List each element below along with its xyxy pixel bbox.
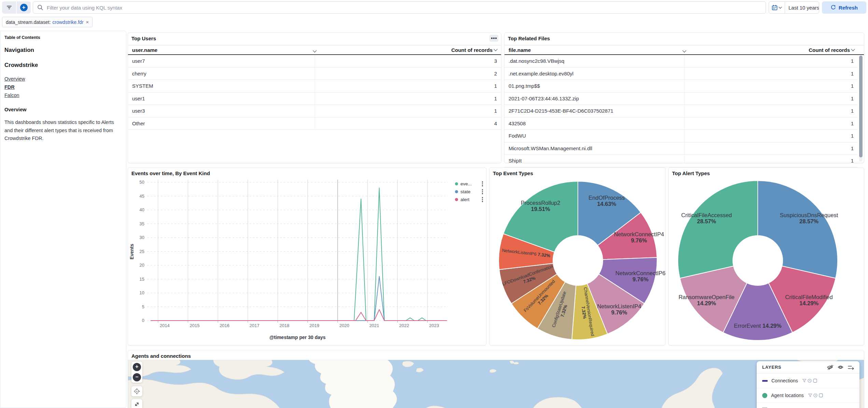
saved-query-menu-button[interactable] bbox=[2, 1, 16, 14]
table-header: file.name Count of records bbox=[504, 45, 864, 55]
cell-count[interactable]: 1 bbox=[494, 108, 497, 114]
cell-name[interactable]: .dat.nosync2c98.VBwjsq bbox=[509, 58, 564, 64]
time-range-picker[interactable]: Last 10 years bbox=[769, 1, 819, 14]
cell-count[interactable]: 1 bbox=[494, 96, 497, 101]
table-row[interactable]: ShipIt1 bbox=[504, 155, 858, 167]
add-filter-button[interactable]: + bbox=[16, 1, 31, 14]
set-view-button[interactable] bbox=[131, 386, 142, 396]
world-map[interactable]: + − LAYERS bbox=[128, 360, 864, 408]
cell-count[interactable]: 1 bbox=[494, 83, 497, 89]
collapse-layers-panel-icon[interactable] bbox=[848, 365, 854, 370]
layers-title: LAYERS bbox=[762, 365, 781, 370]
cell-count[interactable]: 1 bbox=[851, 133, 854, 139]
cell-count[interactable]: 1 bbox=[851, 145, 854, 151]
layer-checkbox[interactable] bbox=[819, 393, 823, 397]
donut-slice-SuspiciousDnsRequest[interactable] bbox=[758, 181, 838, 278]
gridlines bbox=[147, 180, 448, 323]
refresh-button[interactable]: Refresh bbox=[822, 1, 866, 14]
zoom-in-button[interactable]: + bbox=[133, 363, 141, 371]
table-scrollbar[interactable] bbox=[859, 56, 863, 161]
cell-count[interactable]: 1 bbox=[851, 71, 854, 76]
sidebar-link-fdr[interactable]: FDR bbox=[4, 83, 25, 91]
cell-name[interactable]: 01.png.tmp$$ bbox=[509, 83, 540, 89]
table-row[interactable]: 2F71C2D4-D215-453E-BF4C-D6C0375028711 bbox=[504, 105, 858, 117]
cell-count[interactable]: 1 bbox=[851, 83, 854, 89]
column-actions-button[interactable] bbox=[683, 47, 686, 53]
svg-text:2019: 2019 bbox=[310, 323, 319, 328]
layer-row-connections[interactable]: Connections bbox=[757, 374, 859, 388]
cell-name[interactable]: FodWU bbox=[509, 133, 526, 139]
cell-name[interactable]: Microsoft.WSMan.Management.ni.dll bbox=[509, 145, 592, 151]
layer-row-basemap[interactable]: Basemap bbox=[757, 403, 859, 408]
top-users-panel: Top Users user.name Count of records use… bbox=[128, 32, 501, 163]
svg-text:2022: 2022 bbox=[399, 323, 409, 328]
column-divider bbox=[315, 55, 315, 130]
panel-options-button[interactable] bbox=[489, 35, 498, 42]
cell-count[interactable]: 1 bbox=[851, 96, 854, 101]
layer-time-icon[interactable] bbox=[808, 379, 812, 383]
table-row[interactable]: .net.example.desktop.ev80yl1 bbox=[504, 68, 858, 80]
column-header-count[interactable]: Count of records bbox=[451, 47, 497, 53]
column-header-file-name[interactable]: file.name bbox=[509, 47, 531, 53]
column-actions-button[interactable] bbox=[313, 47, 316, 53]
cell-name[interactable]: cherry bbox=[132, 71, 146, 76]
donut-slice-CriticalFileAccessed[interactable] bbox=[678, 181, 758, 278]
legend-item-event[interactable]: eve... bbox=[455, 180, 483, 188]
cell-count[interactable]: 1 bbox=[851, 108, 854, 114]
scrollbar-thumb[interactable] bbox=[859, 56, 863, 157]
time-range-value[interactable]: Last 10 years bbox=[785, 5, 819, 11]
filter-pill[interactable]: data_stream.dataset: crowdstrike.fdr × bbox=[2, 17, 93, 27]
cell-count[interactable]: 3 bbox=[494, 58, 497, 64]
legend-actions-icon[interactable] bbox=[482, 181, 483, 186]
cell-name[interactable]: ShipIt bbox=[509, 158, 522, 164]
cell-name[interactable]: 2F71C2D4-D215-453E-BF4C-D6C037502871 bbox=[509, 108, 613, 114]
sidebar-link-overview[interactable]: Overview bbox=[4, 75, 25, 83]
table-row[interactable]: 2021-07-06T23:44:46.133Z.zip1 bbox=[504, 93, 858, 105]
layer-filter-icon[interactable] bbox=[802, 379, 806, 382]
cell-count[interactable]: 1 bbox=[851, 121, 854, 126]
kql-search-input[interactable]: Filter your data using KQL syntax bbox=[33, 1, 766, 14]
hide-all-layers-icon[interactable] bbox=[827, 365, 833, 370]
column-header-count[interactable]: Count of records bbox=[809, 47, 854, 53]
cell-name[interactable]: user3 bbox=[132, 108, 145, 114]
layer-row-agent-locations[interactable]: Agent locations bbox=[757, 388, 859, 403]
svg-text:Events: Events bbox=[129, 244, 134, 259]
layers-header: LAYERS bbox=[757, 361, 859, 374]
layer-checkbox[interactable] bbox=[813, 379, 817, 383]
column-header-user-name[interactable]: user.name bbox=[132, 47, 157, 53]
cell-name[interactable]: user7 bbox=[132, 58, 145, 64]
legend-item-state[interactable]: state bbox=[455, 188, 483, 196]
cell-name[interactable]: SYSTEM bbox=[132, 83, 153, 89]
zoom-out-button[interactable]: − bbox=[133, 373, 141, 381]
panel-title: Top Related Files bbox=[508, 36, 550, 41]
table-row[interactable]: .dat.nosync2c98.VBwjsq1 bbox=[504, 55, 858, 68]
cell-name[interactable]: user1 bbox=[132, 96, 145, 101]
fit-to-data-button[interactable] bbox=[131, 399, 142, 408]
cell-name[interactable]: .net.example.desktop.ev80yl bbox=[509, 71, 573, 76]
cell-count[interactable]: 2 bbox=[494, 71, 497, 76]
table-row[interactable]: 4325081 bbox=[504, 117, 858, 130]
table-row[interactable]: 01.png.tmp$$1 bbox=[504, 80, 858, 93]
layer-filter-icon[interactable] bbox=[808, 394, 812, 397]
legend-actions-icon[interactable] bbox=[482, 189, 483, 194]
remove-filter-icon[interactable]: × bbox=[86, 19, 89, 25]
cell-name[interactable]: Other bbox=[132, 121, 145, 126]
svg-text:2014: 2014 bbox=[160, 323, 170, 328]
table-row[interactable]: Microsoft.WSMan.Management.ni.dll1 bbox=[504, 142, 858, 155]
cell-count[interactable]: 1 bbox=[851, 58, 854, 64]
dashboard-description: This dashboards shows statistics specifi… bbox=[4, 118, 123, 143]
sidebar-link-falcon[interactable]: Falcon bbox=[4, 91, 25, 99]
legend-item-alert[interactable]: alert bbox=[455, 196, 483, 203]
cell-name[interactable]: 432508 bbox=[509, 121, 526, 126]
date-quick-menu-button[interactable] bbox=[769, 2, 785, 13]
legend-actions-icon[interactable] bbox=[482, 197, 483, 202]
layer-time-icon[interactable] bbox=[813, 393, 817, 397]
cell-count[interactable]: 1 bbox=[851, 158, 854, 164]
cell-count[interactable]: 4 bbox=[494, 121, 497, 126]
show-all-layers-icon[interactable] bbox=[838, 365, 843, 370]
table-row[interactable]: FodWU1 bbox=[504, 130, 858, 142]
map-zoom-controls: + − bbox=[131, 362, 142, 383]
connections-line-swatch bbox=[762, 380, 768, 382]
svg-text:2020: 2020 bbox=[339, 323, 349, 328]
cell-name[interactable]: 2021-07-06T23:44:46.133Z.zip bbox=[509, 96, 579, 101]
